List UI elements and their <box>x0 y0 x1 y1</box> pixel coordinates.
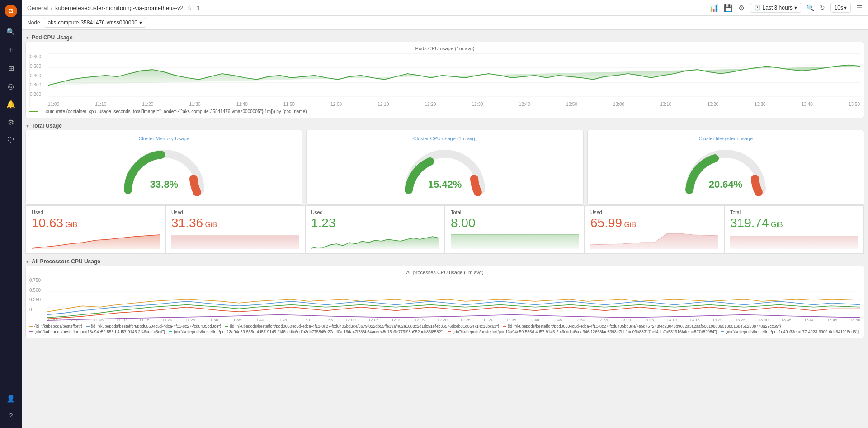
refresh-interval-button[interactable]: 10s ▾ <box>830 3 851 13</box>
sidebar-item-help[interactable]: ? <box>3 408 19 424</box>
time-range-button[interactable]: 🕐 Last 3 hours ▾ <box>750 3 801 13</box>
clock-icon: 🕐 <box>754 5 761 11</box>
pod-cpu-chart-title: Pods CPU usage (1m avg) <box>29 46 860 51</box>
stat-value-2: 1.23 <box>311 217 439 229</box>
toggle-icon: ▼ <box>25 35 30 40</box>
cpu-gauge-container: 15.42% <box>310 145 579 199</box>
memory-gauge-container: 33.8% <box>29 145 298 199</box>
sidebar-item-explore[interactable]: ◎ <box>3 78 19 94</box>
node-value: aks-compute-35841476-vmss000000 <box>48 19 137 26</box>
sidebar-item-shield[interactable]: 🛡 <box>3 132 19 148</box>
stat-panel-2: Used 1.23 <box>306 206 444 253</box>
refresh-icon[interactable]: ↻ <box>820 4 825 11</box>
sidebar-item-alerts[interactable]: 🔔 <box>3 96 19 112</box>
node-variable-select[interactable]: aks-compute-35841476-vmss000000 ▾ <box>44 18 146 28</box>
sidebar-item-user[interactable]: 👤 <box>3 390 19 406</box>
sidebar-toggle-icon[interactable]: ☰ <box>856 4 863 12</box>
svg-rect-14 <box>730 237 858 249</box>
sidebar: G 🔍 ＋ ⊞ ◎ 🔔 ⚙ 🛡 👤 ? <box>0 0 22 428</box>
star-icon[interactable]: ☆ <box>187 5 192 11</box>
cpu-gauge-title: Cluster CPU usage (1m avg) <box>310 136 579 141</box>
pod-cpu-x-labels: 11:0011:1011:2011:3011:40 11:5012:0012:1… <box>48 102 860 107</box>
legend-text-5: {id="/kubepods/besteffort/pod13a94e59-55… <box>174 329 444 334</box>
app-logo[interactable]: G <box>4 4 18 18</box>
legend-color-6 <box>448 331 451 332</box>
all-proc-toggle-icon: ▼ <box>25 259 30 264</box>
sidebar-item-search[interactable]: 🔍 <box>3 24 19 40</box>
stat-panel-0: Used 10.63 GiB <box>26 206 165 253</box>
sidebar-item-dashboards[interactable]: ⊞ <box>3 60 19 76</box>
stat-sparkline-5 <box>730 231 858 249</box>
stat-sparkline-3 <box>451 231 579 249</box>
breadcrumb-home[interactable]: General <box>27 5 48 11</box>
legend-color-0 <box>29 326 33 327</box>
all-processors-chart-area: 0.7500.5000.2500 <box>29 277 860 322</box>
total-usage-title: Total Usage <box>32 123 62 129</box>
stat-unit-0: GiB <box>63 221 77 228</box>
all-proc-svg <box>47 277 860 323</box>
chevron-down-icon: ▾ <box>794 5 797 11</box>
legend-item-6: {id="/kubepods/besteffort/pod13a94e59-55… <box>448 329 717 334</box>
stat-sparkline-1 <box>171 231 299 249</box>
cpu-gauge-panel: Cluster CPU usage (1m avg) 15.42% <box>306 130 583 205</box>
stat-number-1: 31.36 <box>171 216 203 230</box>
legend-item-3: {id="/kubepods/besteffort/pod00504c5d-4d… <box>503 324 781 328</box>
breadcrumb-separator: / <box>51 5 52 11</box>
memory-gauge-title: Cluster Memory Usage <box>29 136 298 141</box>
stat-value-3: 8.00 <box>451 217 579 229</box>
sidebar-item-add[interactable]: ＋ <box>3 42 19 58</box>
time-range-label: Last 3 hours <box>763 5 793 11</box>
variable-row: Node aks-compute-35841476-vmss000000 ▾ <box>22 16 868 30</box>
svg-text:15.42%: 15.42% <box>428 179 462 190</box>
all-processors-header[interactable]: ▼ All Processors CPU Usage <box>25 257 864 266</box>
all-processors-title: All Processors CPU Usage <box>32 258 100 265</box>
breadcrumb: General / kubernetes-cluster-monitoring-… <box>27 5 184 11</box>
cpu-gauge-svg: 15.42% <box>400 145 490 199</box>
total-usage-section: ▼ Total Usage Cluster Memory Usage <box>25 122 864 254</box>
stat-value-1: 31.36 GiB <box>171 217 299 229</box>
breadcrumb-current: kubernetes-cluster-monitoring-via-promet… <box>55 5 184 11</box>
legend-text-2: {id="/kubepods/besteffort/pod00504c5d-4d… <box>230 324 499 328</box>
zoom-in-icon[interactable]: 🔍 <box>807 4 814 11</box>
legend-text-1: {id="/kubepods/besteffort/pod00504c5d-4d… <box>91 324 221 328</box>
stat-panel-1: Used 31.36 GiB <box>166 206 305 253</box>
save-icon[interactable]: 💾 <box>724 4 733 12</box>
stat-number-0: 10.63 <box>32 216 63 230</box>
graph-view-icon[interactable]: 📊 <box>709 4 718 12</box>
svg-text:33.8%: 33.8% <box>150 179 178 190</box>
all-processors-chart-title: All processes CPU usage (1m avg) <box>29 270 860 275</box>
legend-color-3 <box>503 326 506 327</box>
stat-number-2: 1.23 <box>311 216 336 230</box>
legend-text-3: {id="/kubepods/besteffort/pod00504c5d-4d… <box>508 324 781 328</box>
legend-color-4 <box>29 331 33 332</box>
legend-item-4: {id="/kubepods/besteffort/pod13a94e59-55… <box>29 329 165 334</box>
legend-item-0: {id="/kubepods/besteffort"} <box>29 324 82 328</box>
stat-panel-3: Total 8.00 <box>445 206 584 253</box>
memory-gauge-svg: 33.8% <box>119 145 209 199</box>
total-usage-header[interactable]: ▼ Total Usage <box>25 122 864 130</box>
node-variable-label: Node <box>27 19 40 26</box>
interval-chevron-icon: ▾ <box>844 5 847 11</box>
all-proc-x-labels: 10:5511:0011:0511:1011:15 11:2011:2511:3… <box>47 318 860 322</box>
sidebar-item-settings[interactable]: ⚙ <box>3 114 19 130</box>
stat-unit-1: GiB <box>203 221 217 228</box>
svg-text:20.64%: 20.64% <box>709 179 743 190</box>
legend-text-7: {id="/kubepods/besteffort/pod1d49c33e-ac… <box>726 329 859 334</box>
legend-item-5: {id="/kubepods/besteffort/pod13a94e59-55… <box>169 329 444 334</box>
stat-sparkline-2 <box>311 231 439 249</box>
filesystem-gauge-container: 20.64% <box>591 145 860 199</box>
stat-label-5: Total <box>730 209 858 215</box>
share-icon[interactable]: ⬆ <box>196 5 201 11</box>
pod-cpu-y-labels: 0.600 0.500 0.400 0.300 0.200 <box>30 53 48 98</box>
settings-icon[interactable]: ⚙ <box>738 4 745 12</box>
stat-panel-5: Total 319.74 GiB <box>725 206 863 253</box>
stat-unit-4: GiB <box>622 221 636 228</box>
filesystem-gauge-svg: 20.64% <box>680 145 771 199</box>
stat-value-0: 10.63 GiB <box>32 217 160 229</box>
stat-sparkline-4 <box>590 231 718 249</box>
legend-color-2 <box>225 326 228 327</box>
pod-cpu-header[interactable]: ▼ Pod CPU Usage <box>25 33 864 42</box>
stat-label-0: Used <box>32 209 160 215</box>
gauge-panels-grid: Cluster Memory Usage 33.8% <box>25 130 864 205</box>
all-processors-section: ▼ All Processors CPU Usage All processes… <box>25 257 864 338</box>
